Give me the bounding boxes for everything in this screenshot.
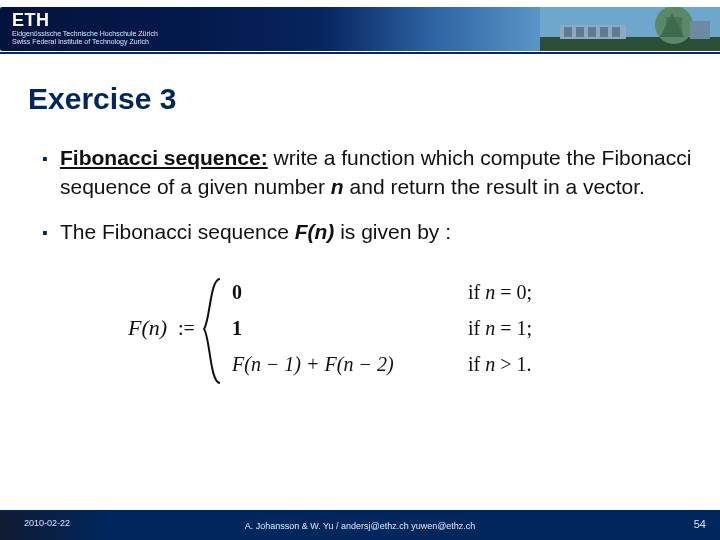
formula-row3-cond: if n > 1. [468, 353, 532, 375]
bullet-1: ▪ Fibonacci sequence: write a function w… [42, 144, 692, 202]
svg-rect-11 [690, 21, 710, 39]
logo-text: ETH [12, 10, 50, 31]
bullet-2: ▪ The Fibonacci sequence F(n) is given b… [42, 218, 692, 247]
brace-icon [204, 279, 220, 383]
formula-row2-cond: if n = 1; [468, 317, 532, 339]
svg-rect-9 [600, 27, 608, 37]
logo-subtext: Eidgenössische Technische Hochschule Zür… [12, 30, 158, 45]
header: ETH Eidgenössische Technische Hochschule… [0, 0, 720, 56]
content: ▪ Fibonacci sequence: write a function w… [42, 144, 692, 391]
header-photo [540, 7, 720, 51]
bullet-2-text: The Fibonacci sequence F(n) is given by … [60, 218, 692, 247]
bullet-2-part-b: is given by : [334, 220, 451, 243]
svg-rect-1 [540, 37, 720, 51]
footer: 2010-02-22 A. Johansson & W. Yu / anders… [0, 510, 720, 540]
svg-rect-8 [588, 27, 596, 37]
svg-rect-7 [576, 27, 584, 37]
formula-row3-val: F(n − 1) + F(n − 2) [231, 353, 394, 376]
formula: F(n) := 0 1 F(n − 1) + F(n − 2) if n = 0… [128, 271, 692, 391]
formula-row1-val: 0 [232, 281, 242, 303]
formula-assign: := [178, 317, 195, 339]
footer-date: 2010-02-22 [24, 518, 70, 528]
logo-subtext-line2: Swiss Federal Institute of Technology Zu… [12, 38, 158, 46]
bullet-2-fn: F(n) [295, 220, 335, 243]
svg-rect-6 [564, 27, 572, 37]
footer-page-number: 54 [694, 518, 706, 530]
svg-rect-10 [612, 27, 620, 37]
header-separator [0, 52, 720, 54]
bullet-mark-icon: ▪ [42, 144, 60, 202]
formula-svg: F(n) := 0 1 F(n − 1) + F(n − 2) if n = 0… [128, 271, 598, 391]
bullet-1-text: Fibonacci sequence: write a function whi… [60, 144, 692, 202]
formula-row1-cond: if n = 0; [468, 281, 532, 303]
formula-lhs: F(n) [128, 315, 167, 340]
logo-subtext-line1: Eidgenössische Technische Hochschule Zür… [12, 30, 158, 38]
slide: ETH Eidgenössische Technische Hochschule… [0, 0, 720, 540]
slide-title: Exercise 3 [28, 82, 720, 116]
bullet-1-n: n [331, 175, 344, 198]
formula-row2-val: 1 [232, 317, 242, 339]
footer-bar: 2010-02-22 A. Johansson & W. Yu / anders… [0, 511, 720, 540]
bullet-1-part-b: and return the result in a vector. [344, 175, 645, 198]
bullet-mark-icon: ▪ [42, 218, 60, 247]
bullet-1-strong: Fibonacci sequence: [60, 146, 268, 169]
bullet-2-part-a: The Fibonacci sequence [60, 220, 295, 243]
